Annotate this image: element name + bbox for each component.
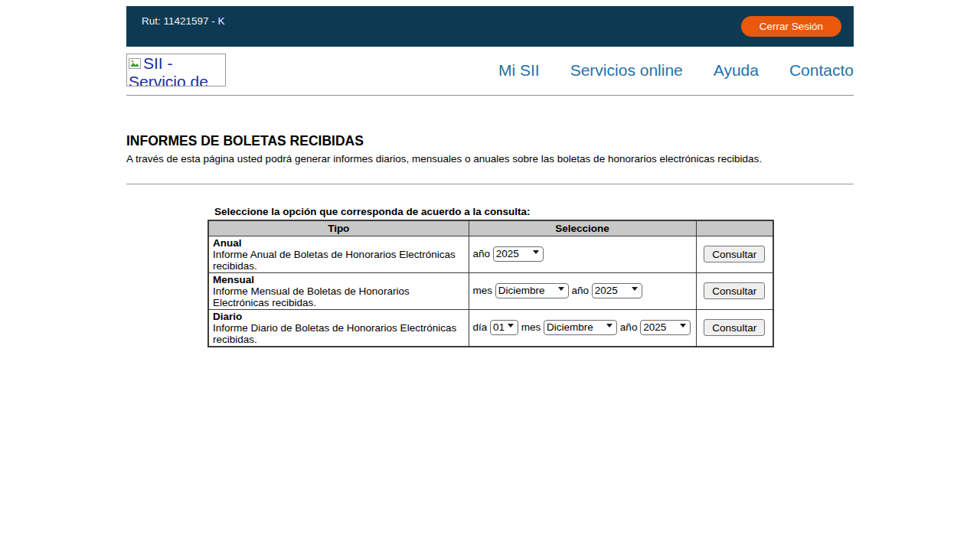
anual-type-label: Anual (213, 237, 465, 249)
report-options-section: Seleccione la opción que corresponda de … (207, 206, 773, 347)
diario-month-select[interactable]: Diciembre (544, 320, 617, 335)
anual-controls-cell: año 2025 (469, 236, 696, 272)
mensual-year-select-wrap: 2025 (592, 281, 642, 301)
anual-consultar-button[interactable]: Consultar (704, 246, 765, 262)
anual-type-cell: AnualInforme Anual de Boletas de Honorar… (208, 236, 469, 272)
topbar: Rut: 11421597 - K Cerrar Sesión (126, 6, 854, 47)
logo-alt-text: SII - Servicio de (129, 54, 208, 86)
page-title: INFORMES DE BOLETAS RECIBIDAS (126, 133, 854, 149)
content-divider (126, 184, 854, 184)
sii-logo-link[interactable]: SII - Servicio de (126, 54, 226, 86)
site-header: SII - Servicio de Mi SIIServicios online… (126, 47, 854, 95)
mensual-type-label: Mensual (213, 274, 465, 285)
diario-month-select-wrap: Diciembre (544, 318, 617, 337)
broken-image-icon (129, 57, 142, 73)
table-row-diario: DiarioInforme Diario de Boletas de Honor… (208, 309, 773, 347)
anual-year-select[interactable]: 2025 (493, 246, 544, 262)
nav-link-mi-sii[interactable]: Mi SII (498, 61, 540, 80)
diario-day-label: día (473, 321, 488, 333)
diario-controls-cell: día 01 mes Diciembre año 2025 (469, 309, 696, 347)
nav-link-servicios-online[interactable]: Servicios online (570, 61, 683, 80)
page-container: Rut: 11421597 - K Cerrar Sesión SII - Se… (126, 6, 854, 347)
logout-button[interactable]: Cerrar Sesión (741, 16, 841, 37)
table-row-anual: AnualInforme Anual de Boletas de Honorar… (208, 236, 773, 272)
mensual-month-select[interactable]: Diciembre (495, 283, 569, 298)
table-row-mensual: MensualInforme Mensual de Boletas de Hon… (208, 272, 773, 309)
form-prompt: Seleccione la opción que corresponda de … (214, 206, 773, 217)
mensual-description: Informe Mensual de Boletas de Honorarios… (213, 285, 410, 308)
nav-link-contacto[interactable]: Contacto (789, 61, 854, 80)
table-header-row: TipoSeleccione (208, 220, 773, 236)
mensual-year-label: año (572, 285, 590, 296)
header-divider (126, 95, 854, 96)
report-options-table: TipoSeleccione AnualInforme Anual de Bol… (207, 220, 774, 347)
diario-day-select[interactable]: 01 (490, 320, 518, 335)
main-nav: Mi SIIServicios onlineAyudaContacto (498, 61, 854, 80)
mensual-month-select-wrap: Diciembre (495, 281, 569, 301)
diario-type-label: Diario (213, 311, 465, 322)
anual-year-select-wrap: 2025 (493, 244, 544, 264)
diario-description: Informe Diario de Boletas de Honorarios … (213, 322, 456, 345)
diario-consultar-button[interactable]: Consultar (704, 319, 765, 336)
diario-month-label: mes (521, 321, 541, 333)
nav-link-ayuda[interactable]: Ayuda (714, 61, 759, 80)
mensual-action-cell: Consultar (696, 272, 773, 309)
diario-type-cell: DiarioInforme Diario de Boletas de Honor… (208, 309, 469, 347)
mensual-type-cell: MensualInforme Mensual de Boletas de Hon… (208, 272, 469, 309)
page-description: A través de esta página usted podrá gene… (126, 153, 854, 165)
column-header-tipo: Tipo (208, 220, 469, 236)
diario-day-select-wrap: 01 (490, 318, 518, 337)
diario-year-select[interactable]: 2025 (640, 320, 691, 335)
column-header-seleccione: Seleccione (469, 220, 696, 236)
mensual-controls-cell: mes Diciembre año 2025 (469, 272, 696, 309)
main-content: INFORMES DE BOLETAS RECIBIDAS A través d… (126, 133, 854, 347)
anual-action-cell: Consultar (696, 236, 773, 272)
mensual-consultar-button[interactable]: Consultar (704, 282, 765, 299)
rut-label: Rut: 11421597 - K (142, 15, 225, 47)
anual-description: Informe Anual de Boletas de Honorarios E… (213, 249, 456, 272)
column-header-actions (696, 220, 773, 236)
anual-year-label: año (473, 248, 491, 259)
mensual-month-label: mes (473, 285, 493, 296)
diario-year-select-wrap: 2025 (640, 318, 691, 337)
diario-year-label: año (620, 321, 638, 333)
mensual-year-select[interactable]: 2025 (592, 283, 642, 298)
diario-action-cell: Consultar (696, 309, 773, 347)
